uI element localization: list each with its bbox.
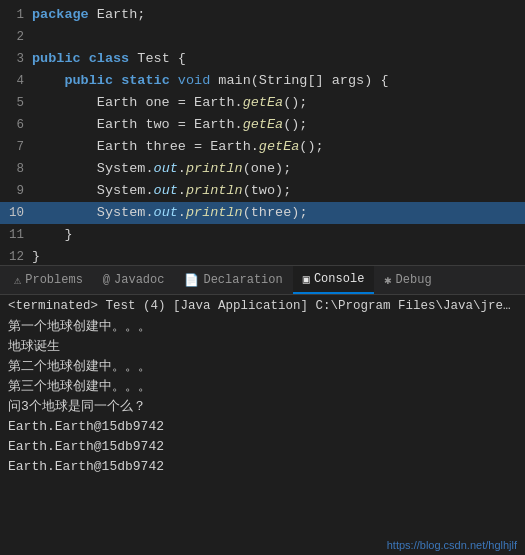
debug-icon: ✱ [384,273,391,288]
code-line-7: 7 Earth three = Earth.getEa(); [0,136,525,158]
console-line: 第三个地球创建中。。。 [8,377,517,397]
line-number: 3 [0,48,32,70]
tab-declaration[interactable]: 📄Declaration [174,266,292,294]
line-content: Earth two = Earth.getEa(); [32,114,525,136]
tab-javadoc[interactable]: @Javadoc [93,266,175,294]
console-icon: ▣ [303,272,310,287]
line-number: 5 [0,92,32,114]
tab-label-problems: Problems [25,273,83,287]
watermark: https://blog.csdn.net/hglhjlf [387,539,517,551]
line-content: public static void main(String[] args) { [32,70,525,92]
console-line: Earth.Earth@15db9742 [8,457,517,477]
code-line-1: 1package Earth; [0,4,525,26]
code-line-4: 4 public static void main(String[] args)… [0,70,525,92]
tab-debug[interactable]: ✱Debug [374,266,441,294]
code-line-2: 2 [0,26,525,48]
console-line: Earth.Earth@15db9742 [8,437,517,457]
line-content: System.out.println(three); [32,202,525,224]
code-lines: 1package Earth;23public class Test {4 pu… [0,0,525,265]
line-content: } [32,246,525,265]
console-header: <terminated> Test (4) [Java Application]… [8,299,517,313]
line-content: public class Test { [32,48,525,70]
console-output: 第一个地球创建中。。。地球诞生第二个地球创建中。。。第三个地球创建中。。。问3个… [8,317,517,477]
tab-label-debug: Debug [396,273,432,287]
line-number: 11 [0,224,32,246]
code-line-9: 9 System.out.println(two); [0,180,525,202]
console-line: 第二个地球创建中。。。 [8,357,517,377]
declaration-icon: 📄 [184,273,199,288]
code-editor[interactable]: 1package Earth;23public class Test {4 pu… [0,0,525,265]
line-number: 4 [0,70,32,92]
console-panel: <terminated> Test (4) [Java Application]… [0,295,525,555]
javadoc-icon: @ [103,273,110,287]
line-number: 8 [0,158,32,180]
code-line-3: 3public class Test { [0,48,525,70]
code-line-12: 12} [0,246,525,265]
console-line: 地球诞生 [8,337,517,357]
line-content: Earth one = Earth.getEa(); [32,92,525,114]
problems-icon: ⚠ [14,273,21,288]
console-line: 问3个地球是同一个么？ [8,397,517,417]
line-number: 10 [0,202,32,224]
tab-problems[interactable]: ⚠Problems [4,266,93,294]
line-number: 7 [0,136,32,158]
tab-label-javadoc: Javadoc [114,273,164,287]
code-line-5: 5 Earth one = Earth.getEa(); [0,92,525,114]
line-number: 6 [0,114,32,136]
line-content: System.out.println(one); [32,158,525,180]
code-line-11: 11 } [0,224,525,246]
line-content: Earth three = Earth.getEa(); [32,136,525,158]
tab-label-declaration: Declaration [203,273,282,287]
line-number: 12 [0,246,32,265]
line-content: System.out.println(two); [32,180,525,202]
code-line-6: 6 Earth two = Earth.getEa(); [0,114,525,136]
code-line-10: 10 System.out.println(three); [0,202,525,224]
line-number: 9 [0,180,32,202]
console-line: Earth.Earth@15db9742 [8,417,517,437]
line-content: } [32,224,525,246]
panel-tabs: ⚠Problems@Javadoc📄Declaration▣Console✱De… [0,265,525,295]
line-number: 2 [0,26,32,48]
console-line: 第一个地球创建中。。。 [8,317,517,337]
tab-console[interactable]: ▣Console [293,266,375,294]
line-content: package Earth; [32,4,525,26]
tab-label-console: Console [314,272,364,286]
line-number: 1 [0,4,32,26]
code-line-8: 8 System.out.println(one); [0,158,525,180]
